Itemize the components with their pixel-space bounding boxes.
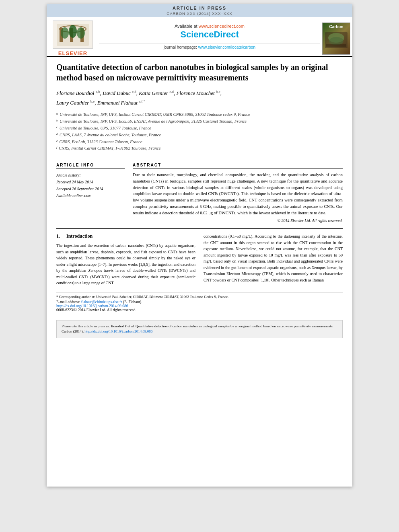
issn-line: 0008-6223/© 2014 Elsevier Ltd. All right… <box>56 308 343 312</box>
header-center-area: Available at www.sciencedirect.com Scien… <box>99 21 320 56</box>
intro-right-column: concentrations (0.1–50 mg/L). According … <box>204 233 343 286</box>
sciencedirect-brand: ScienceDirect <box>99 29 320 40</box>
journal-homepage-link[interactable]: www.elsevier.com/locate/carbon <box>198 45 255 49</box>
elsevier-brand-text: ELSEVIER <box>58 50 87 56</box>
author-5: Laury Gauthier b,e, <box>56 100 97 106</box>
affil-e: e CNRS, EcoLab, 31326 Castanet Tolosan, … <box>56 139 343 146</box>
svg-point-5 <box>61 27 69 39</box>
journal-homepage-label: journal homepage: <box>164 45 197 49</box>
available-at-text: Available at www.sciencedirect.com <box>99 24 320 29</box>
affil-a: a Université de Toulouse, INP, UPS, Inst… <box>56 111 343 118</box>
article-history: Article history: Received 24 May 2014 Ac… <box>56 172 125 199</box>
abstract-header: ABSTRACT <box>133 163 343 168</box>
article-info-header: ARTICLE INFO <box>56 163 125 168</box>
paper-title: Quantitative detection of carbon nanotub… <box>56 62 343 83</box>
journal-header: ELSEVIER Available at www.sciencedirect.… <box>47 17 352 57</box>
accepted-date: Accepted 26 September 2014 <box>56 185 125 192</box>
footnotes-section: * Corresponding author at: Université Pa… <box>56 292 343 312</box>
journal-ref-banner: CARBON XXX (2014) XXX–XXX <box>47 11 352 17</box>
affil-b: b Université de Toulouse, INP, UPS, EcoL… <box>56 118 343 125</box>
available-online: Available online xxxx <box>56 192 125 199</box>
doi-link[interactable]: http://dx.doi.org/10.1016/j.carbon.2014.… <box>56 304 128 308</box>
svg-point-11 <box>329 37 343 45</box>
authors-list: Floriane Bourdiol a,b, David Dubuc c,d, … <box>56 88 343 107</box>
intro-left-text: The ingestion and the excretion of carbo… <box>56 242 195 286</box>
email-note: E-mail address: flahaut@chimie.ups-tlse.… <box>56 300 343 304</box>
author-4: Florence Mouchet b,e, <box>177 90 222 96</box>
citation-box-wrapper: Please cite this article in press as: Bo… <box>47 320 352 343</box>
section-title-row: 1. Introduction <box>56 233 195 239</box>
intro-right-text: concentrations (0.1–50 mg/L). According … <box>204 233 343 283</box>
abstract-body: Due to their nanoscale, morphology, and … <box>133 172 343 216</box>
article-in-press-banner: ARTICLE IN PRESS <box>47 4 352 11</box>
svg-point-6 <box>69 25 77 38</box>
corresponding-author-note: * Corresponding author at: Université Pa… <box>56 295 343 299</box>
email-label: E-mail address: <box>56 300 80 304</box>
author-3: Katia Grenier c,d, <box>139 90 176 96</box>
affiliations-section: a Université de Toulouse, INP, UPS, Inst… <box>56 111 343 157</box>
author-1: Floriane Bourdiol a,b, <box>56 90 103 96</box>
citation-box: Please cite this article in press as: Bo… <box>56 320 343 338</box>
main-content: Quantitative detection of carbon nanotub… <box>47 57 352 317</box>
affil-c: c Université de Toulouse, UPS, 31077 Tou… <box>56 125 343 132</box>
elsevier-tree-image <box>53 21 93 49</box>
received-date: Received 24 May 2014 <box>56 179 125 185</box>
journal-homepage-area: journal homepage: www.elsevier.com/locat… <box>99 43 320 49</box>
abstract-copyright: © 2014 Elsevier Ltd. All rights reserved… <box>133 218 343 223</box>
author-6: Emmanuel Flahaut a,f,* <box>97 100 145 106</box>
history-label: Article history: <box>56 172 125 179</box>
citation-doi-link[interactable]: http://dx.doi.org/10.1016/j.carbon.2014.… <box>84 329 152 333</box>
article-info-section: ARTICLE INFO Article history: Received 2… <box>56 163 125 223</box>
section-number: 1. <box>56 233 60 239</box>
journal-ref-label: CARBON XXX (2014) XXX–XXX <box>167 11 232 16</box>
carbon-journal-logo: Carbon <box>320 21 352 56</box>
svg-rect-12 <box>326 44 346 47</box>
author-2: David Dubuc c,d, <box>103 90 139 96</box>
doi-line: http://dx.doi.org/10.1016/j.carbon.2014.… <box>56 304 343 308</box>
affil-d: d CNRS, LAAS, 7 Avenue du colonel Roche,… <box>56 132 343 139</box>
elsevier-logo-area: ELSEVIER <box>47 21 99 56</box>
article-info-abstract-row: ARTICLE INFO Article history: Received 2… <box>56 163 343 223</box>
email-suffix: (E. Flahaut). <box>123 300 142 304</box>
journal-page: ARTICLE IN PRESS CARBON XXX (2014) XXX–X… <box>47 4 352 487</box>
email-link[interactable]: flahaut@chimie.ups-tlse.fr <box>81 300 122 304</box>
carbon-logo-title: Carbon <box>329 25 343 29</box>
section-title-text: Introduction <box>66 233 93 239</box>
section-divider <box>56 228 343 229</box>
affil-f: f CNRS, Institut Carnot CIRIMAT, F-31062… <box>56 145 343 152</box>
available-at-link[interactable]: www.sciencedirect.com <box>199 24 245 29</box>
abstract-section: ABSTRACT Due to their nanoscale, morphol… <box>133 163 343 223</box>
aip-label: ARTICLE IN PRESS <box>173 6 226 10</box>
intro-left-column: 1. Introduction The ingestion and the ex… <box>56 233 195 286</box>
svg-point-7 <box>77 27 85 39</box>
carbon-logo-box: Carbon <box>322 23 350 55</box>
introduction-section: 1. Introduction The ingestion and the ex… <box>56 233 343 286</box>
